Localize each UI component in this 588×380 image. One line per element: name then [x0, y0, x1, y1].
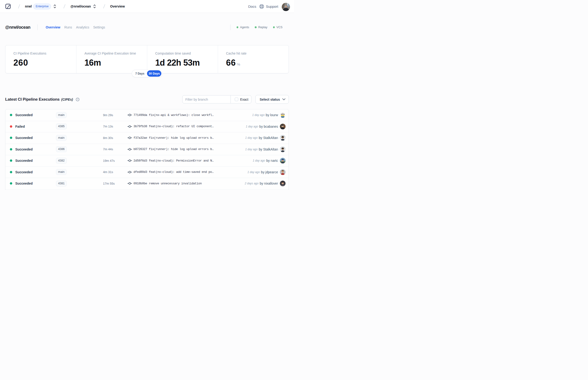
svg-text:?: ?	[77, 98, 78, 101]
